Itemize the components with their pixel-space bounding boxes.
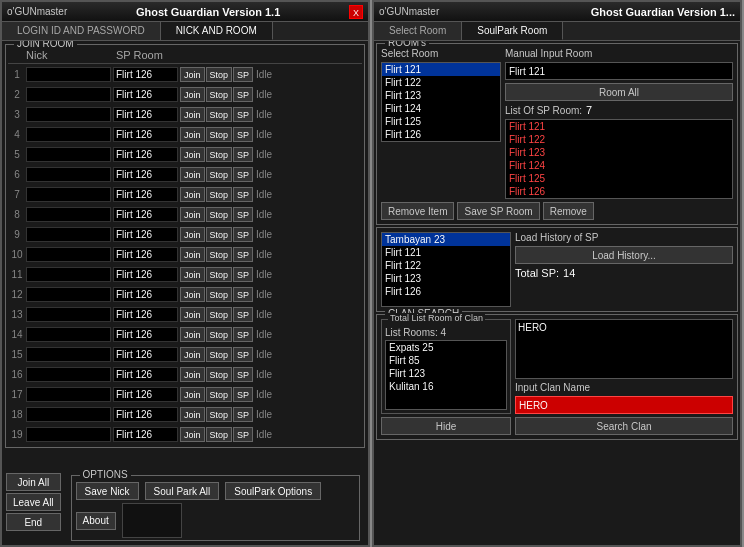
- nick-input[interactable]: [26, 347, 111, 362]
- join-button[interactable]: Join: [180, 347, 205, 362]
- sp-button[interactable]: SP: [233, 147, 253, 162]
- nick-input[interactable]: [26, 147, 111, 162]
- soul-park-options-button[interactable]: SoulPark Options: [225, 482, 321, 500]
- room-all-button[interactable]: Room All: [505, 83, 733, 101]
- clan-listbox[interactable]: Expats 25Flirt 85Flirt 123Kulitan 16: [385, 340, 507, 410]
- list-item[interactable]: Flirt 126: [506, 185, 732, 198]
- sp-button[interactable]: SP: [233, 327, 253, 342]
- leave-all-button[interactable]: Leave All: [6, 493, 61, 511]
- join-button[interactable]: Join: [180, 87, 205, 102]
- stop-button[interactable]: Stop: [206, 207, 233, 222]
- list-item[interactable]: Flirt 121: [382, 246, 510, 259]
- join-button[interactable]: Join: [180, 187, 205, 202]
- nick-input[interactable]: [26, 327, 111, 342]
- sp-button[interactable]: SP: [233, 187, 253, 202]
- list-item[interactable]: Flirt 123: [386, 367, 506, 380]
- soul-park-all-button[interactable]: Soul Park All: [145, 482, 220, 500]
- nick-input[interactable]: [26, 427, 111, 442]
- stop-button[interactable]: Stop: [206, 407, 233, 422]
- left-close-button[interactable]: X: [349, 5, 363, 19]
- list-item[interactable]: Kulitan 16: [386, 380, 506, 393]
- nick-input[interactable]: [26, 267, 111, 282]
- select-room-listbox[interactable]: Flirt 121Flirt 122Flirt 123Flirt 124Flir…: [381, 62, 501, 142]
- join-button[interactable]: Join: [180, 127, 205, 142]
- manual-input-field[interactable]: [505, 62, 733, 80]
- stop-button[interactable]: Stop: [206, 287, 233, 302]
- save-nick-button[interactable]: Save Nick: [76, 482, 139, 500]
- stop-button[interactable]: Stop: [206, 387, 233, 402]
- stop-button[interactable]: Stop: [206, 87, 233, 102]
- stop-button[interactable]: Stop: [206, 67, 233, 82]
- nick-input[interactable]: [26, 387, 111, 402]
- list-item[interactable]: Expats 25: [386, 341, 506, 354]
- sp-button[interactable]: SP: [233, 347, 253, 362]
- join-button[interactable]: Join: [180, 427, 205, 442]
- list-item[interactable]: Flirt 123: [382, 272, 510, 285]
- input-clan-field[interactable]: [515, 396, 733, 414]
- stop-button[interactable]: Stop: [206, 427, 233, 442]
- list-item[interactable]: Flirt 126: [382, 285, 510, 298]
- join-button[interactable]: Join: [180, 387, 205, 402]
- list-item[interactable]: Flirt 124: [506, 159, 732, 172]
- join-all-button[interactable]: Join All: [6, 473, 61, 491]
- list-item[interactable]: Flirt 123: [382, 89, 500, 102]
- join-button[interactable]: Join: [180, 167, 205, 182]
- list-item[interactable]: Flirt 122: [506, 133, 732, 146]
- sp-button[interactable]: SP: [233, 67, 253, 82]
- tab-nick-room[interactable]: NICK AND ROOM: [161, 22, 273, 40]
- join-button[interactable]: Join: [180, 267, 205, 282]
- nick-input[interactable]: [26, 307, 111, 322]
- load-history-button[interactable]: Load History...: [515, 246, 733, 264]
- sp-button[interactable]: SP: [233, 287, 253, 302]
- stop-button[interactable]: Stop: [206, 347, 233, 362]
- stop-button[interactable]: Stop: [206, 227, 233, 242]
- list-item[interactable]: Flirt 122: [382, 259, 510, 272]
- stop-button[interactable]: Stop: [206, 107, 233, 122]
- list-item[interactable]: Flirt 121: [382, 63, 500, 76]
- list-item[interactable]: Flirt 85: [386, 354, 506, 367]
- list-item[interactable]: Flirt 125: [382, 115, 500, 128]
- tab-select-room[interactable]: Select Room: [374, 22, 462, 40]
- sp-button[interactable]: SP: [233, 367, 253, 382]
- stop-button[interactable]: Stop: [206, 127, 233, 142]
- sp-button[interactable]: SP: [233, 87, 253, 102]
- sp-button[interactable]: SP: [233, 307, 253, 322]
- sp-room-listbox[interactable]: Flirt 121Flirt 122Flirt 123Flirt 124Flir…: [505, 119, 733, 199]
- sp-button[interactable]: SP: [233, 167, 253, 182]
- sp-button[interactable]: SP: [233, 107, 253, 122]
- list-item[interactable]: Flirt 123: [506, 146, 732, 159]
- list-item[interactable]: Flirt 121: [506, 120, 732, 133]
- tab-login[interactable]: LOGIN ID AND PASSWORD: [2, 22, 161, 40]
- stop-button[interactable]: Stop: [206, 307, 233, 322]
- nick-input[interactable]: [26, 107, 111, 122]
- join-button[interactable]: Join: [180, 287, 205, 302]
- end-button[interactable]: End: [6, 513, 61, 531]
- join-button[interactable]: Join: [180, 107, 205, 122]
- search-clan-button[interactable]: Search Clan: [515, 417, 733, 435]
- nick-input[interactable]: [26, 67, 111, 82]
- stop-button[interactable]: Stop: [206, 327, 233, 342]
- nick-input[interactable]: [26, 247, 111, 262]
- stop-button[interactable]: Stop: [206, 247, 233, 262]
- join-button[interactable]: Join: [180, 67, 205, 82]
- sp-button[interactable]: SP: [233, 247, 253, 262]
- nick-input[interactable]: [26, 187, 111, 202]
- stop-button[interactable]: Stop: [206, 267, 233, 282]
- nick-input[interactable]: [26, 167, 111, 182]
- list-item[interactable]: Flirt 122: [382, 76, 500, 89]
- list-item[interactable]: Flirt 124: [382, 102, 500, 115]
- list-item[interactable]: Flirt 126: [382, 128, 500, 141]
- nick-input[interactable]: [26, 367, 111, 382]
- nick-input[interactable]: [26, 207, 111, 222]
- join-button[interactable]: Join: [180, 367, 205, 382]
- nick-input[interactable]: [26, 287, 111, 302]
- sp-button[interactable]: SP: [233, 207, 253, 222]
- stop-button[interactable]: Stop: [206, 167, 233, 182]
- nick-input[interactable]: [26, 407, 111, 422]
- about-button[interactable]: About: [76, 512, 116, 530]
- list-item[interactable]: Tambayan 23: [382, 233, 510, 246]
- join-button[interactable]: Join: [180, 247, 205, 262]
- sp-button[interactable]: SP: [233, 407, 253, 422]
- sp-button[interactable]: SP: [233, 387, 253, 402]
- nick-input[interactable]: [26, 127, 111, 142]
